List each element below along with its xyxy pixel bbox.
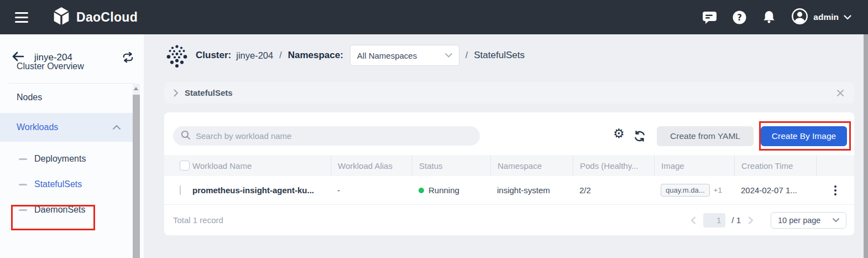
column-image: Image: [654, 155, 734, 176]
brand-name: DaoCloud: [76, 10, 138, 25]
chevron-up-icon: [113, 125, 121, 130]
username-label: admin: [813, 12, 839, 22]
page-number-input[interactable]: [703, 213, 725, 228]
user-chevron-down-icon: [844, 12, 851, 22]
gear-icon[interactable]: ⚙: [613, 127, 625, 140]
workload-list-card: ⚙ Create from YAML Create By Image Workl…: [164, 112, 854, 235]
chat-icon[interactable]: [702, 11, 717, 24]
page-total-label: / 1: [731, 215, 741, 225]
row-creation-time: 2024-02-07 1...: [734, 185, 816, 195]
column-status: Status: [412, 155, 490, 176]
total-records-label: Total 1 record: [173, 215, 223, 225]
column-namespace: Namespace: [490, 155, 573, 176]
previous-page-icon[interactable]: [689, 215, 697, 225]
row-workload-name[interactable]: prometheus-insight-agent-ku...: [190, 185, 331, 195]
image-chip: quay.m.da...: [661, 184, 710, 197]
breadcrumb-title: StatefulSets: [185, 88, 233, 97]
search-icon: [181, 130, 191, 142]
sidebar-item-cluster-overview[interactable]: Cluster Overview: [0, 51, 133, 82]
sidebar: jinye-204 Cluster Overview Nodes Workloa…: [0, 34, 144, 258]
chevron-down-icon: [833, 218, 839, 223]
scrollbar-up-arrow-icon[interactable]: [134, 87, 138, 90]
chevron-down-icon: [445, 53, 452, 58]
close-icon[interactable]: [836, 89, 844, 97]
separator: /: [279, 50, 281, 60]
chevron-right-icon: [174, 89, 179, 97]
dash-icon: [19, 209, 27, 211]
next-page-icon[interactable]: [747, 215, 755, 225]
sidebar-scrollbar-thumb[interactable]: [133, 95, 140, 258]
page-scrollbar[interactable]: [864, 34, 868, 258]
table-header: Workload Name Workload Alias Status Name…: [164, 155, 854, 176]
sidebar-item-statefulsets[interactable]: StatefulSets: [0, 172, 133, 197]
column-workload-alias: Workload Alias: [331, 155, 412, 176]
cluster-label: Cluster:: [196, 50, 231, 61]
column-creation-time: Creation Time: [734, 155, 816, 176]
row-actions-kebab-icon[interactable]: [830, 183, 841, 198]
avatar-icon: [791, 8, 808, 27]
sidebar-item-daemonsets[interactable]: DaemonSets: [0, 197, 133, 223]
brand-logo: DaoCloud: [53, 6, 138, 28]
sidebar-item-nodes[interactable]: Nodes: [0, 82, 133, 113]
per-page-select[interactable]: 10 per page: [771, 212, 846, 229]
page-title: StatefulSets: [474, 50, 525, 61]
status-text: Running: [428, 185, 459, 195]
table-row: prometheus-insight-agent-ku... - Running…: [164, 176, 854, 205]
svg-text:?: ?: [737, 13, 742, 23]
row-pods: 2/2: [573, 185, 654, 195]
daocloud-cube-icon: [53, 6, 70, 28]
cluster-value[interactable]: jinye-204: [236, 50, 273, 61]
select-all-checkbox[interactable]: [180, 161, 190, 171]
notification-bell-icon[interactable]: [762, 10, 776, 24]
page-scrollbar-thumb[interactable]: [864, 34, 868, 258]
create-from-yaml-button[interactable]: Create from YAML: [657, 126, 754, 146]
pagination: / 1 10 per page: [689, 212, 846, 229]
search-input[interactable]: [196, 131, 450, 141]
sidebar-item-workloads[interactable]: Workloads: [0, 113, 133, 142]
cluster-header: Cluster: jinye-204 / Namespace: All Name…: [165, 42, 525, 69]
namespace-selected-value: All Namespaces: [357, 51, 417, 60]
column-workload-name: Workload Name: [190, 155, 331, 176]
table-footer: Total 1 record / 1 10 per page: [164, 205, 854, 235]
column-actions: [816, 155, 854, 176]
namespace-label: Namespace:: [288, 50, 343, 61]
row-image: quay.m.da... +1: [654, 184, 734, 197]
dash-icon: [19, 184, 27, 185]
sidebar-scrollbar[interactable]: [133, 84, 140, 258]
cluster-dots-icon: [165, 43, 189, 68]
namespace-select[interactable]: All Namespaces: [350, 45, 459, 66]
row-workload-alias: -: [331, 185, 412, 195]
row-checkbox[interactable]: [180, 185, 181, 195]
row-status: Running: [412, 185, 490, 195]
top-navbar: DaoCloud ?: [0, 0, 868, 34]
row-namespace: insight-system: [490, 185, 573, 195]
status-dot-icon: [419, 188, 424, 193]
sidebar-item-deployments[interactable]: Deployments: [0, 146, 133, 172]
breadcrumb-tab[interactable]: StatefulSets: [164, 82, 854, 104]
hamburger-menu-icon[interactable]: [15, 12, 28, 23]
user-menu[interactable]: admin: [791, 8, 851, 27]
refresh-icon[interactable]: [634, 130, 646, 142]
header-checkbox-cell: [164, 155, 190, 176]
column-pods: Pods (Healthy...: [573, 155, 654, 176]
separator: /: [466, 50, 468, 60]
create-by-image-button[interactable]: Create By Image: [761, 126, 847, 146]
per-page-value: 10 per page: [778, 216, 820, 225]
help-icon[interactable]: ?: [732, 10, 747, 25]
row-checkbox-cell: [164, 185, 190, 195]
image-extra-count: +1: [714, 186, 722, 194]
search-bar: [173, 126, 480, 146]
main-content: Cluster: jinye-204 / Namespace: All Name…: [144, 34, 868, 258]
dash-icon: [19, 158, 27, 160]
